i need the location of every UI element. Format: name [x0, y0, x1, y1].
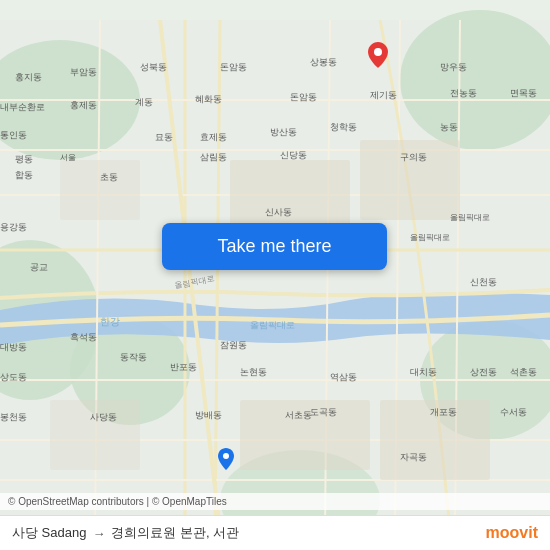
- svg-text:삼림동: 삼림동: [200, 152, 227, 162]
- svg-text:개포동: 개포동: [430, 407, 457, 417]
- svg-text:평동: 평동: [15, 154, 33, 164]
- svg-text:통인동: 통인동: [0, 130, 27, 140]
- bottom-bar: 사당 Sadang → 경희의료원 본관, 서관 moovit: [0, 515, 550, 550]
- svg-text:내부순환로: 내부순환로: [0, 102, 45, 112]
- svg-text:혜화동: 혜화동: [195, 94, 222, 104]
- svg-text:용강동: 용강동: [0, 222, 27, 232]
- map-attribution: © OpenStreetMap contributors | © OpenMap…: [0, 493, 550, 510]
- svg-text:구의동: 구의동: [400, 152, 427, 162]
- svg-text:신사동: 신사동: [265, 207, 292, 217]
- svg-text:대방동: 대방동: [0, 342, 27, 352]
- svg-text:역삼동: 역삼동: [330, 372, 357, 382]
- svg-text:상도동: 상도동: [0, 372, 27, 382]
- svg-text:올림픽대로: 올림픽대로: [450, 213, 490, 222]
- take-me-there-button[interactable]: Take me there: [162, 223, 387, 270]
- svg-text:신천동: 신천동: [470, 277, 497, 287]
- svg-text:봉천동: 봉천동: [0, 412, 27, 422]
- origin-pin: [368, 42, 388, 68]
- svg-text:묘동: 묘동: [155, 132, 173, 142]
- svg-text:잠원동: 잠원동: [220, 340, 247, 350]
- svg-text:신당동: 신당동: [280, 150, 307, 160]
- svg-text:동작동: 동작동: [120, 352, 147, 362]
- svg-text:면목동: 면목동: [510, 88, 537, 98]
- origin-label: 사당 Sadang: [12, 524, 86, 542]
- svg-text:한강: 한강: [100, 316, 120, 327]
- moovit-brand-text: moovit: [486, 524, 538, 542]
- svg-text:홍제동: 홍제동: [70, 100, 97, 110]
- svg-text:논현동: 논현동: [240, 367, 267, 377]
- svg-text:합동: 합동: [15, 170, 33, 180]
- svg-text:방배동: 방배동: [195, 410, 222, 420]
- svg-text:망우동: 망우동: [440, 62, 467, 72]
- svg-text:올림픽대로: 올림픽대로: [410, 233, 450, 242]
- svg-text:계동: 계동: [135, 97, 153, 107]
- svg-text:청학동: 청학동: [330, 122, 357, 132]
- svg-text:수서동: 수서동: [500, 407, 527, 417]
- svg-text:자곡동: 자곡동: [400, 452, 427, 462]
- svg-text:돈암동: 돈암동: [220, 62, 247, 72]
- svg-point-81: [374, 48, 382, 56]
- moovit-logo: moovit: [486, 524, 538, 542]
- svg-rect-20: [230, 160, 350, 230]
- destination-label: 경희의료원 본관, 서관: [111, 524, 239, 542]
- svg-text:부암동: 부암동: [70, 67, 97, 77]
- svg-text:도곡동: 도곡동: [310, 407, 337, 417]
- svg-text:흑석동: 흑석동: [70, 332, 97, 342]
- svg-text:전농동: 전농동: [450, 88, 477, 98]
- svg-text:상전동: 상전동: [470, 367, 497, 377]
- svg-text:석촌동: 석촌동: [510, 367, 537, 377]
- svg-point-82: [223, 453, 229, 459]
- svg-text:올림픽대로: 올림픽대로: [250, 320, 295, 330]
- map-container: 홍지동 부암동 성북동 돈암동 상봉동 망우동 내부순환로 홍제동 계동 혜화동…: [0, 0, 550, 550]
- svg-text:대치동: 대치동: [410, 367, 437, 377]
- svg-text:농동: 농동: [440, 122, 458, 132]
- arrow-icon: →: [92, 526, 105, 541]
- attribution-text: © OpenStreetMap contributors | © OpenMap…: [8, 496, 227, 507]
- svg-text:효제동: 효제동: [200, 132, 227, 142]
- svg-text:서울: 서울: [60, 153, 76, 162]
- svg-text:돈암동: 돈암동: [290, 92, 317, 102]
- svg-text:상봉동: 상봉동: [310, 57, 337, 67]
- svg-text:성북동: 성북동: [140, 62, 167, 72]
- svg-text:사당동: 사당동: [90, 412, 117, 422]
- map-background: 홍지동 부암동 성북동 돈암동 상봉동 망우동 내부순환로 홍제동 계동 혜화동…: [0, 0, 550, 550]
- svg-text:홍지동: 홍지동: [15, 72, 42, 82]
- svg-text:반포동: 반포동: [170, 362, 197, 372]
- svg-rect-22: [60, 160, 140, 220]
- destination-pin: [218, 448, 234, 470]
- svg-text:공교: 공교: [30, 262, 48, 272]
- svg-rect-25: [50, 400, 140, 470]
- svg-text:초동: 초동: [100, 172, 118, 182]
- svg-text:서초동: 서초동: [285, 410, 312, 420]
- svg-text:방산동: 방산동: [270, 127, 297, 137]
- svg-text:제기동: 제기동: [370, 90, 397, 100]
